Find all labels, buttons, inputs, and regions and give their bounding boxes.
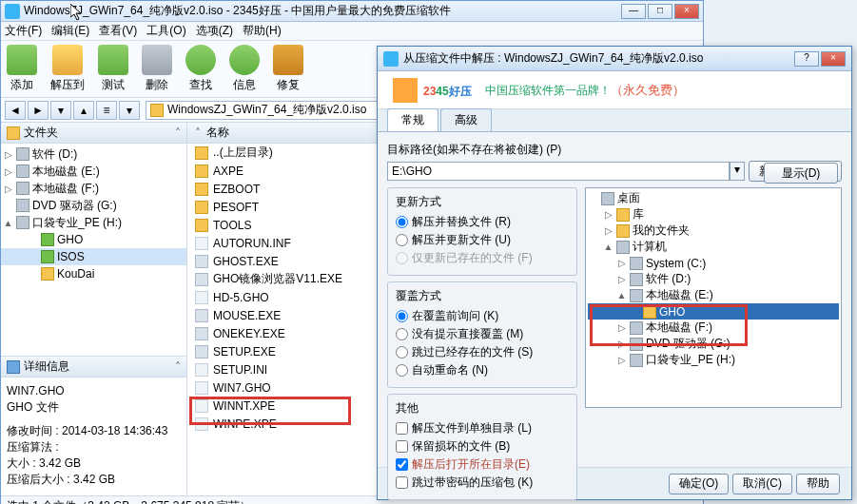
- left-column: 文件夹 ˄ ▷软件 (D:)▷本地磁盘 (E:)▷本地磁盘 (F:)DVD 驱动…: [1, 123, 187, 495]
- chevron-up-icon: ˄: [195, 126, 201, 140]
- tb-test[interactable]: 测试: [98, 45, 128, 93]
- tree-node[interactable]: DVD 驱动器 (G:): [1, 197, 186, 214]
- brand-icon: [393, 78, 418, 103]
- add-icon: [7, 45, 37, 75]
- tb-find[interactable]: 查找: [185, 45, 216, 93]
- option[interactable]: 保留损坏的文件 (B): [396, 437, 569, 455]
- dialog-close-button[interactable]: ×: [821, 51, 846, 67]
- nav-listdd[interactable]: ▾: [119, 101, 140, 120]
- dialog-titlebar: 从压缩文件中解压 : WindowsZJ_GWin7_64_纯净版v2.0.is…: [378, 47, 851, 71]
- find-icon: [185, 45, 216, 75]
- tb-add[interactable]: 添加: [7, 45, 37, 93]
- nav-back[interactable]: ◄: [5, 101, 26, 120]
- option[interactable]: 仅更新已存在的文件 (F): [396, 249, 569, 266]
- option[interactable]: 解压文件到单独目录 (L): [396, 419, 569, 436]
- minimize-button[interactable]: —: [621, 4, 646, 19]
- detail-pane-header[interactable]: 详细信息 ˄: [1, 357, 186, 378]
- path-label: 目标路径(如果不存在将被创建) (P): [387, 142, 842, 158]
- app-icon: [5, 4, 20, 19]
- tree-node[interactable]: 桌面: [588, 190, 839, 206]
- option[interactable]: 在覆盖前询问 (K): [396, 307, 569, 324]
- app-icon: [383, 51, 399, 67]
- option[interactable]: 自动重命名 (N): [396, 361, 569, 378]
- tree-node[interactable]: GHO: [588, 303, 839, 320]
- chevron-up-icon: ˄: [175, 126, 181, 140]
- tree-node[interactable]: KouDai: [1, 265, 186, 282]
- nav-list[interactable]: ≡: [96, 101, 117, 120]
- menu-options[interactable]: 选项(Z): [196, 23, 233, 39]
- folder-pane-header[interactable]: 文件夹 ˄: [1, 123, 186, 144]
- detail-type: GHO 文件: [7, 399, 181, 416]
- dialog-title: 从压缩文件中解压 : WindowsZJ_GWin7_64_纯净版v2.0.is…: [403, 50, 703, 67]
- repair-icon: [273, 45, 303, 75]
- show-button[interactable]: 显示(D): [764, 163, 838, 184]
- folder-icon: [7, 126, 20, 140]
- tree-node[interactable]: ▷我的文件夹: [588, 223, 839, 239]
- archive-icon: [150, 104, 164, 117]
- menu-file[interactable]: 文件(F): [5, 23, 42, 39]
- help-button[interactable]: 帮助: [796, 474, 840, 494]
- extract-dialog: 从压缩文件中解压 : WindowsZJ_GWin7_64_纯净版v2.0.is…: [377, 46, 852, 500]
- tree-node[interactable]: ▷口袋专业_PE (H:): [588, 352, 839, 368]
- menu-edit[interactable]: 编辑(E): [51, 23, 89, 39]
- tree-node[interactable]: ▷软件 (D:): [588, 271, 839, 287]
- tree-node[interactable]: ISOS: [1, 248, 186, 265]
- window-title: WindowsZJ_GWin7_64_纯净版v2.0.iso - 2345好压 …: [24, 3, 619, 19]
- tree-node[interactable]: ▲本地磁盘 (E:): [588, 287, 839, 303]
- tree-node[interactable]: ▷软件 (D:): [1, 145, 186, 163]
- menubar: 文件(F) 编辑(E) 查看(V) 工具(O) 选项(Z) 帮助(H): [1, 22, 703, 41]
- nav-up[interactable]: ▴: [73, 101, 94, 120]
- slogan: 中国压缩软件第一品牌！（永久免费）: [485, 81, 685, 99]
- tb-extract[interactable]: 解压到: [50, 45, 85, 93]
- tree-node[interactable]: ▲计算机: [588, 239, 839, 255]
- path-input[interactable]: [387, 162, 730, 181]
- tb-delete[interactable]: 删除: [142, 45, 172, 93]
- path-dropdown[interactable]: ▾: [730, 162, 745, 181]
- dialog-help-button[interactable]: ?: [794, 51, 819, 67]
- tree-node[interactable]: ▷System (C:): [588, 255, 839, 271]
- tb-info[interactable]: 信息: [229, 45, 260, 93]
- dialog-body: 目标路径(如果不存在将被创建) (P) ▾ 显示(D) 新建文件夹(E) 更新方…: [378, 132, 851, 467]
- menu-help[interactable]: 帮助(H): [243, 23, 282, 39]
- detail-pane: 详细信息 ˄ WIN7.GHO GHO 文件 修改时间 : 2014-03-18…: [1, 356, 186, 495]
- titlebar: WindowsZJ_GWin7_64_纯净版v2.0.iso - 2345好压 …: [1, 1, 703, 22]
- info-icon: [7, 360, 20, 374]
- destination-tree[interactable]: 桌面▷库▷我的文件夹▲计算机▷System (C:)▷软件 (D:)▲本地磁盘 …: [585, 187, 842, 408]
- ok-button[interactable]: 确定(O): [669, 474, 729, 494]
- tree-node[interactable]: ▷库: [588, 206, 839, 223]
- brand-text: 2345好压: [423, 80, 472, 100]
- option[interactable]: 解压并替换文件 (R): [396, 213, 569, 230]
- tree-node[interactable]: ▷本地磁盘 (F:): [588, 320, 839, 336]
- tab-general[interactable]: 常规: [387, 108, 438, 131]
- detail-body: WIN7.GHO GHO 文件 修改时间 : 2014-03-18 14:36:…: [1, 378, 186, 495]
- group-other: 其他 解压文件到单独目录 (L)保留损坏的文件 (B)解压后打开所在目录(E)跳…: [387, 394, 577, 500]
- dialog-banner: 2345好压 中国压缩软件第一品牌！（永久免费）: [378, 71, 851, 109]
- test-icon: [98, 45, 128, 75]
- tab-advanced[interactable]: 高级: [440, 108, 492, 131]
- nav-down[interactable]: ▾: [50, 101, 71, 120]
- tree-node[interactable]: ▲口袋专业_PE (H:): [1, 214, 186, 231]
- nav-fwd[interactable]: ►: [28, 101, 49, 120]
- menu-tools[interactable]: 工具(O): [146, 23, 185, 39]
- option[interactable]: 跳过已经存在的文件 (S): [396, 343, 569, 360]
- tree-node[interactable]: GHO: [1, 231, 186, 248]
- maximize-button[interactable]: □: [648, 4, 672, 19]
- tabs: 常规 高级: [378, 109, 851, 132]
- option[interactable]: 解压后打开所在目录(E): [396, 456, 569, 473]
- chevron-up-icon: ˄: [175, 360, 181, 374]
- close-button[interactable]: ×: [674, 4, 699, 19]
- menu-view[interactable]: 查看(V): [99, 23, 137, 39]
- detail-filename: WIN7.GHO: [7, 383, 181, 399]
- folder-tree[interactable]: ▷软件 (D:)▷本地磁盘 (E:)▷本地磁盘 (F:)DVD 驱动器 (G:)…: [1, 144, 186, 356]
- option[interactable]: 解压并更新文件 (U): [396, 231, 569, 248]
- extract-icon: [52, 45, 83, 75]
- tree-node[interactable]: ▷本地磁盘 (E:): [1, 163, 186, 180]
- info-icon: [229, 45, 260, 75]
- tb-repair[interactable]: 修复: [273, 45, 303, 93]
- option[interactable]: 没有提示直接覆盖 (M): [396, 325, 569, 342]
- option[interactable]: 跳过带密码的压缩包 (K): [396, 474, 569, 491]
- tree-node[interactable]: ▷DVD 驱动器 (G:): [588, 336, 839, 352]
- group-update: 更新方式 解压并替换文件 (R)解压并更新文件 (U)仅更新已存在的文件 (F): [387, 187, 577, 276]
- cancel-button[interactable]: 取消(C): [732, 474, 792, 494]
- tree-node[interactable]: ▷本地磁盘 (F:): [1, 180, 186, 197]
